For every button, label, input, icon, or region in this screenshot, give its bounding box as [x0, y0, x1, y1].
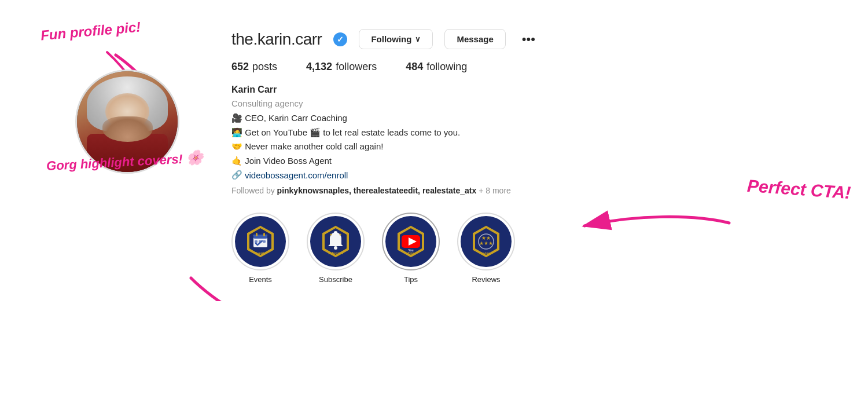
bio-line-3: 🤝 Never make another cold call again!: [231, 140, 833, 153]
profile-header: the.karin.carr ✓ Following ∨ Message •••: [231, 29, 833, 49]
highlight-tips[interactable]: You Tips Tips: [382, 213, 440, 284]
highlights-section: Events Events: [231, 207, 833, 284]
svg-text:★★★: ★★★: [479, 240, 493, 246]
bio-line-2: 🧑‍💻 Get on YouTube 🎬 to let real estate …: [231, 126, 833, 140]
highlight-inner-subscribe: Subscribe: [310, 216, 361, 267]
svg-rect-9: [263, 233, 265, 236]
svg-text:Events: Events: [255, 251, 266, 255]
bio-category: Consulting agency: [231, 98, 833, 108]
svg-rect-17: [334, 231, 337, 233]
username: the.karin.carr: [231, 30, 322, 49]
highlight-subscribe[interactable]: Subscribe Subscribe: [307, 213, 365, 284]
more-options-button[interactable]: •••: [517, 32, 540, 47]
message-button[interactable]: Message: [444, 29, 505, 49]
stats-row: 652 posts 4,132 followers 484 following: [231, 61, 833, 73]
bio-line-1: 🎥 CEO, Karin Carr Coaching: [231, 112, 833, 125]
highlight-label-reviews: Reviews: [472, 275, 500, 284]
svg-point-19: [330, 234, 332, 236]
annotation-fun-profile: Fun profile pic!: [40, 19, 141, 45]
svg-point-16: [334, 246, 337, 250]
svg-rect-8: [256, 233, 258, 236]
display-name: Karin Carr: [231, 85, 833, 95]
highlight-label-subscribe: Subscribe: [319, 275, 352, 284]
posts-stat: 652 posts: [231, 61, 277, 73]
following-button[interactable]: Following ∨: [359, 29, 433, 49]
gorg-emoji: 🌸: [186, 149, 204, 166]
following-stat: 484 following: [406, 61, 467, 73]
highlight-inner-events: Events: [235, 216, 286, 267]
svg-rect-7: [253, 235, 267, 239]
highlight-circle-subscribe[interactable]: Subscribe: [307, 213, 365, 270]
highlight-circle-events[interactable]: Events: [231, 213, 289, 270]
highlight-events[interactable]: Events Events: [231, 213, 289, 284]
highlight-label-events: Events: [249, 275, 272, 284]
highlight-reviews[interactable]: ★★ ★★★ Reviews Reviews: [457, 213, 515, 284]
followed-by: Followed by pinkyknowsnaples, therealest…: [231, 186, 833, 195]
svg-point-18: [340, 234, 341, 236]
svg-rect-12: [263, 240, 266, 243]
svg-text:Tips: Tips: [407, 251, 414, 255]
link-icon: 🔗: [231, 170, 242, 180]
profile-info-section: the.karin.carr ✓ Following ∨ Message •••…: [231, 17, 833, 284]
verified-badge: ✓: [333, 32, 347, 46]
bio-line-4: 🤙 Join Video Boss Agent: [231, 155, 833, 168]
svg-text:Subscribe: Subscribe: [328, 251, 344, 255]
highlight-circle-tips[interactable]: You Tips: [382, 213, 440, 270]
bio-link[interactable]: 🔗 videobossagent.com/enroll: [231, 170, 833, 180]
highlight-inner-reviews: ★★ ★★★ Reviews: [461, 216, 512, 267]
highlight-label-tips: Tips: [404, 275, 418, 284]
svg-rect-10: [255, 240, 258, 243]
followers-stat: 4,132 followers: [306, 61, 377, 73]
highlight-circle-reviews[interactable]: ★★ ★★★ Reviews: [457, 213, 515, 270]
svg-text:Reviews: Reviews: [480, 251, 492, 255]
highlight-inner-tips: You Tips: [385, 216, 436, 267]
